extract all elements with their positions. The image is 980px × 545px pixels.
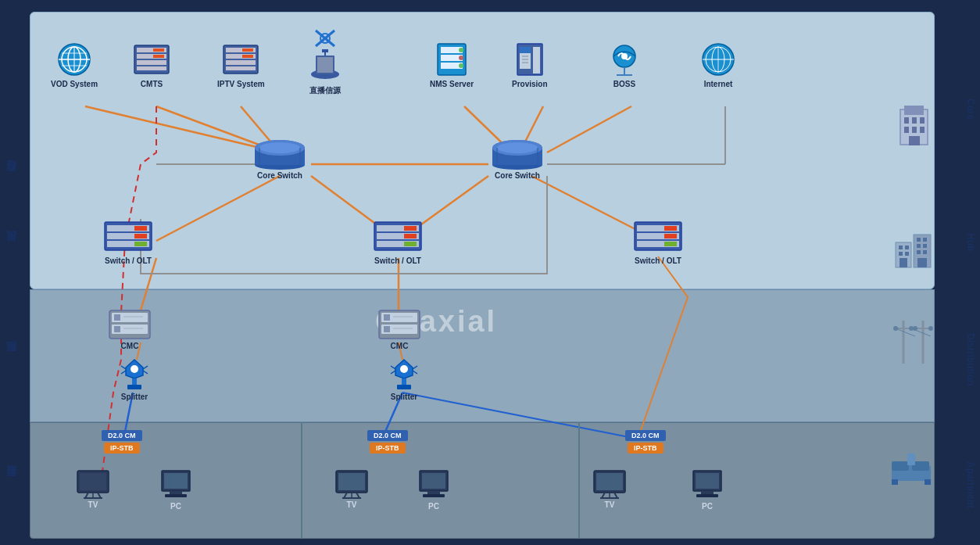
core-switch-2-device: Core Switch — [486, 135, 549, 180]
tv-1-device: TV — [76, 469, 110, 509]
label-apartment-en: Apartment — [965, 438, 976, 532]
svg-point-102 — [497, 142, 538, 153]
svg-rect-150 — [397, 385, 411, 389]
svg-rect-163 — [80, 473, 106, 490]
svg-rect-109 — [134, 226, 147, 231]
svg-rect-178 — [423, 494, 445, 497]
svg-line-147 — [143, 371, 148, 374]
label-core-en: Core — [965, 63, 976, 156]
svg-rect-117 — [404, 234, 417, 238]
d20cm-1-device: D2.0 CM IP-STB — [102, 430, 142, 454]
svg-rect-170 — [338, 473, 365, 490]
svg-rect-136 — [384, 314, 390, 321]
svg-rect-110 — [134, 234, 147, 238]
vod-system-device: VOD System — [51, 41, 98, 88]
cmc-1-label: CMC — [121, 342, 139, 350]
svg-rect-24 — [907, 454, 915, 465]
core-switch-2-label: Core Switch — [495, 171, 540, 180]
svg-rect-49 — [137, 60, 166, 65]
svg-rect-27 — [899, 246, 903, 249]
svg-rect-38 — [900, 258, 907, 267]
svg-point-151 — [400, 365, 408, 373]
pc-1-label: PC — [170, 502, 181, 511]
pc-3-label: PC — [702, 502, 713, 511]
svg-rect-78 — [533, 47, 540, 74]
svg-rect-20 — [892, 461, 909, 471]
svg-point-72 — [459, 48, 463, 52]
svg-line-154 — [413, 366, 417, 369]
svg-rect-186 — [696, 473, 719, 489]
d20cm-2-device: D2.0 CM IP-STB — [367, 430, 408, 454]
svg-rect-67 — [322, 49, 328, 52]
svg-rect-30 — [905, 252, 909, 256]
switch-olt-3-device: Switch / OLT — [631, 217, 685, 265]
section-distribution — [30, 289, 935, 422]
svg-rect-37 — [917, 258, 927, 267]
svg-rect-31 — [917, 238, 921, 242]
svg-rect-57 — [226, 66, 256, 70]
svg-rect-28 — [905, 246, 909, 249]
svg-rect-52 — [153, 55, 164, 58]
live-source-device: 直播信源 — [305, 27, 345, 96]
svg-rect-129 — [114, 314, 120, 321]
svg-rect-56 — [226, 60, 256, 65]
svg-line-145 — [121, 371, 126, 374]
svg-rect-124 — [664, 234, 677, 238]
iptv-system-label: IPTV System — [217, 80, 265, 88]
svg-rect-187 — [701, 491, 714, 494]
svg-rect-50 — [137, 66, 166, 70]
apt-divider-1 — [301, 422, 302, 539]
core-switch-1-label: Core Switch — [257, 171, 302, 180]
boss-label: BOSS — [613, 80, 635, 88]
switch-olt-1-device: Switch / OLT — [102, 217, 155, 265]
svg-point-143 — [131, 365, 138, 373]
svg-line-153 — [391, 371, 395, 374]
label-apartment-cn: 家庭网络 — [4, 434, 18, 536]
svg-rect-22 — [892, 479, 898, 485]
label-hub-en: Hub — [965, 195, 976, 289]
svg-point-16 — [928, 326, 933, 331]
iptv-system-device: IPTV System — [217, 41, 265, 88]
svg-rect-32 — [923, 238, 927, 242]
boss-device: BOSS — [606, 41, 643, 88]
label-distribution-en: Distribution — [965, 305, 976, 414]
tv-2-device: TV — [334, 469, 369, 509]
svg-rect-34 — [923, 244, 927, 248]
svg-rect-166 — [170, 491, 182, 494]
svg-rect-137 — [384, 326, 390, 332]
internet-device: Internet — [699, 41, 737, 88]
svg-point-74 — [459, 63, 463, 68]
svg-point-95 — [259, 142, 300, 153]
svg-rect-1 — [904, 106, 924, 115]
svg-rect-177 — [427, 491, 440, 494]
tv-3-label: TV — [605, 500, 615, 509]
switch-olt-2-label: Switch / OLT — [374, 256, 421, 265]
splitter-1-device: Splitter — [120, 358, 149, 401]
svg-rect-188 — [696, 494, 718, 497]
nms-server-label: NMS Server — [430, 80, 474, 88]
label-hub-cn: 汇机房 — [4, 211, 18, 289]
svg-rect-33 — [917, 244, 921, 248]
splitter-2-label: Splitter — [391, 393, 417, 401]
svg-rect-123 — [664, 226, 677, 231]
svg-line-172 — [356, 493, 359, 498]
svg-rect-141 — [132, 378, 137, 385]
cmc-1-device: CMC — [108, 309, 152, 350]
label-distribution-cn: 分配网 — [4, 305, 18, 414]
svg-rect-116 — [404, 226, 417, 231]
provision-device: Provision — [512, 41, 548, 88]
vod-system-label: VOD System — [51, 80, 98, 88]
live-source-label: 直播信源 — [309, 85, 341, 96]
svg-rect-51 — [153, 48, 164, 52]
svg-line-159 — [98, 493, 101, 498]
svg-line-182 — [614, 493, 617, 498]
cmts-label: CMTS — [141, 80, 163, 88]
cmts-device: CMTS — [131, 41, 172, 88]
svg-rect-23 — [925, 479, 931, 485]
svg-rect-6 — [912, 127, 917, 133]
svg-rect-58 — [242, 48, 253, 52]
svg-rect-2 — [904, 117, 909, 124]
switch-olt-2-device: Switch / OLT — [371, 217, 424, 265]
svg-point-83 — [621, 53, 628, 59]
switch-olt-1-label: Switch / OLT — [105, 256, 152, 265]
